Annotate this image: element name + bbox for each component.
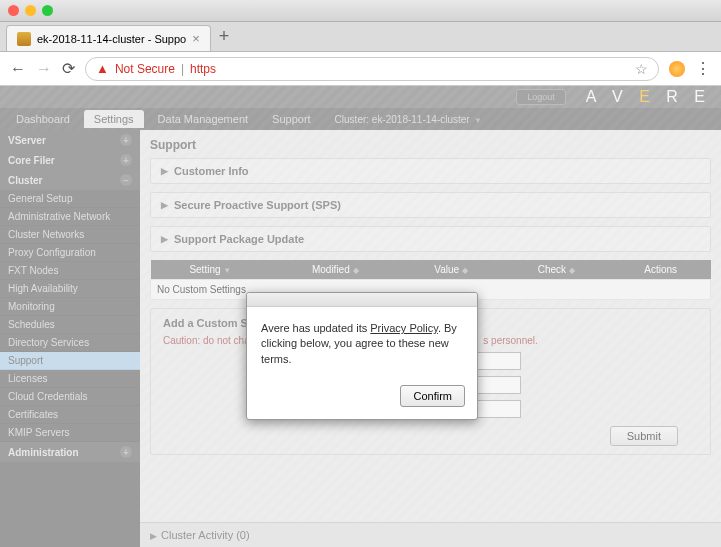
bookmark-icon[interactable]: ☆ <box>635 61 648 77</box>
tab-title: ek-2018-11-14-cluster - Suppo <box>37 33 186 45</box>
minimize-window-button[interactable] <box>25 5 36 16</box>
favicon-icon <box>17 32 31 46</box>
back-button[interactable]: ← <box>10 60 26 78</box>
browser-tab-strip: ek-2018-11-14-cluster - Suppo × + <box>0 22 721 52</box>
privacy-policy-modal: Avere has updated its Privacy Policy. By… <box>246 292 478 420</box>
new-tab-button[interactable]: + <box>219 26 230 51</box>
browser-menu-icon[interactable]: ⋮ <box>695 59 711 78</box>
forward-button[interactable]: → <box>36 60 52 78</box>
app-root: Logout A V E R E Dashboard Settings Data… <box>0 86 721 547</box>
browser-toolbar: ← → ⟳ ▲ Not Secure | https ☆ ⋮ <box>0 52 721 86</box>
close-window-button[interactable] <box>8 5 19 16</box>
not-secure-label: Not Secure <box>115 62 175 76</box>
modal-titlebar[interactable] <box>247 293 477 307</box>
privacy-policy-link[interactable]: Privacy Policy <box>370 322 438 334</box>
close-tab-icon[interactable]: × <box>192 31 200 46</box>
modal-body: Avere has updated its Privacy Policy. By… <box>247 307 477 377</box>
maximize-window-button[interactable] <box>42 5 53 16</box>
address-bar[interactable]: ▲ Not Secure | https ☆ <box>85 57 659 81</box>
reload-button[interactable]: ⟳ <box>62 59 75 78</box>
warning-icon: ▲ <box>96 61 109 76</box>
browser-tab[interactable]: ek-2018-11-14-cluster - Suppo × <box>6 25 211 51</box>
confirm-button[interactable]: Confirm <box>400 385 465 407</box>
window-titlebar <box>0 0 721 22</box>
url-scheme: https <box>190 62 216 76</box>
extension-icon[interactable] <box>669 61 685 77</box>
